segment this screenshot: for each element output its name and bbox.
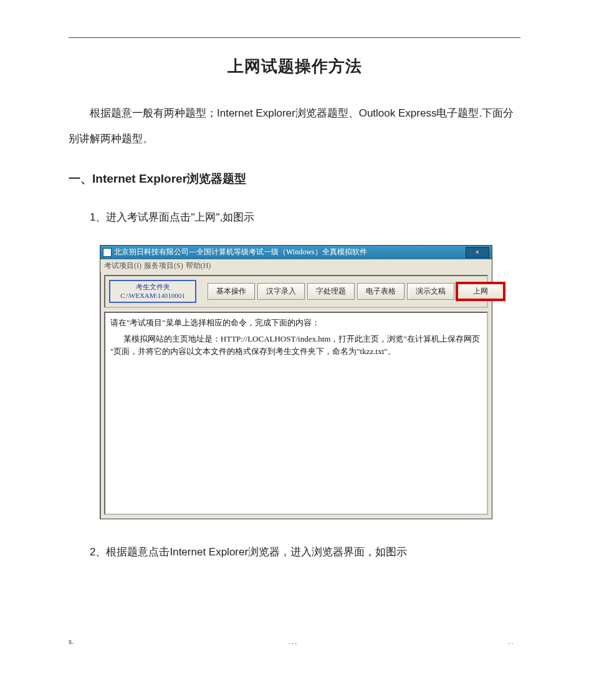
question-content-area: 请在"考试项目"菜单上选择相应的命令，完成下面的内容： 某模拟网站的主页地址是：… (104, 312, 488, 515)
exam-folder-path: C:\WEXAM\14010001 (115, 291, 190, 300)
button-internet[interactable]: 上网 (457, 283, 504, 300)
embedded-screenshot: 北京朔日科技有限公司---全国计算机等级考试一级（Windows）全真模拟软件 … (100, 245, 492, 519)
page-footer: s. . . . . . (69, 638, 520, 651)
menu-item-exam[interactable]: 考试项目(I) (104, 261, 141, 271)
exam-folder-label: 考生文件夹 (115, 282, 190, 291)
toolbar: 考生文件夹 C:\WEXAM\14010001 基本操作 汉字录入 字处理题 电… (104, 275, 488, 308)
window-title-text: 北京朔日科技有限公司---全国计算机等级考试一级（Windows）全真模拟软件 (114, 247, 463, 257)
content-line-1: 请在"考试项目"菜单上选择相应的命令，完成下面的内容： (110, 317, 482, 329)
exam-folder-box[interactable]: 考生文件夹 C:\WEXAM\14010001 (109, 280, 196, 303)
footer-left: s. (69, 638, 81, 645)
window-titlebar[interactable]: 北京朔日科技有限公司---全国计算机等级考试一级（Windows）全真模拟软件 … (100, 246, 492, 259)
close-button[interactable]: × (466, 247, 489, 258)
menu-item-service[interactable]: 服务项目(S) (144, 261, 183, 271)
document-page: 上网试题操作方法 根据题意一般有两种题型；Internet Explorer浏览… (0, 0, 589, 676)
app-icon (103, 248, 112, 257)
page-title: 上网试题操作方法 (69, 55, 520, 77)
top-horizontal-rule (69, 37, 520, 38)
content-line-2: 某模拟网站的主页地址是：HTTP://LOCALHOST/index.htm，打… (110, 333, 482, 358)
application-window: 北京朔日科技有限公司---全国计算机等级考试一级（Windows）全真模拟软件 … (100, 245, 492, 519)
section-heading-1: 一、Internet Explorer浏览器题型 (69, 171, 520, 187)
close-icon: × (476, 249, 479, 256)
step-1-text: 1、进入考试界面点击"上网",如图示 (69, 206, 520, 229)
footer-right: . . (508, 638, 520, 645)
intro-paragraph: 根据题意一般有两种题型；Internet Explorer浏览器题型、Outlo… (69, 101, 520, 152)
menu-item-help[interactable]: 帮助(H) (186, 261, 211, 271)
footer-mid: . . . (289, 638, 301, 645)
step-2-text: 2、根据题意点击Internet Explorer浏览器，进入浏览器界面，如图示 (69, 540, 520, 563)
button-basic-operation[interactable]: 基本操作 (208, 283, 255, 300)
toolbar-buttons: 基本操作 汉字录入 字处理题 电子表格 演示文稿 上网 (208, 283, 507, 300)
button-hanzi-input[interactable]: 汉字录入 (257, 283, 305, 300)
button-presentation[interactable]: 演示文稿 (407, 283, 454, 300)
button-word-processing[interactable]: 字处理题 (307, 283, 355, 300)
window-menubar: 考试项目(I) 服务项目(S) 帮助(H) (100, 259, 492, 272)
button-spreadsheet[interactable]: 电子表格 (357, 283, 405, 300)
